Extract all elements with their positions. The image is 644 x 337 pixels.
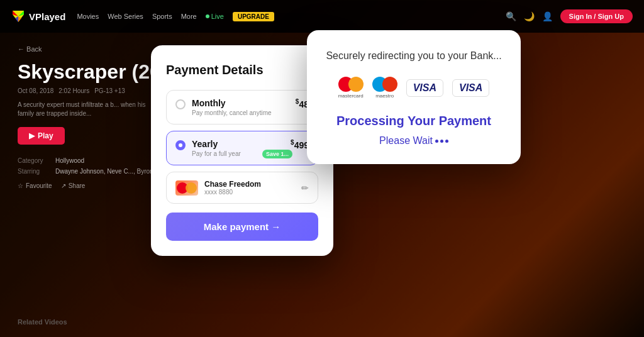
nav-actions: 🔍 🌙 👤 Sign In / Sign Up — [506, 9, 633, 23]
yearly-radio[interactable] — [175, 140, 186, 150]
monthly-radio[interactable] — [175, 99, 186, 109]
nav-links: Movies Web Series Sports More Live UPGRA… — [77, 12, 494, 21]
mastercard-logo-group: mastercard — [338, 77, 364, 99]
card-number: xxxx 8880 — [204, 189, 295, 196]
nav-more[interactable]: More — [181, 13, 197, 20]
payment-card-title: Payment Details — [166, 63, 318, 77]
theme-icon[interactable]: 🌙 — [524, 11, 535, 21]
logo: VPlayed — [11, 9, 65, 23]
yearly-plan-name: Yearly — [192, 139, 284, 149]
maestro-logo — [372, 77, 397, 92]
monthly-plan-name: Monthly — [192, 98, 289, 108]
loading-dots — [435, 140, 448, 143]
redirect-card: Securely redirecting you to your Bank...… — [307, 30, 521, 164]
share-button[interactable]: ↗ Share — [61, 182, 86, 189]
visa-logo-2: VISA — [452, 79, 489, 97]
mastercard-label: mastercard — [338, 93, 364, 99]
processing-title: Processing Your Payment — [325, 113, 503, 129]
nav-movies[interactable]: Movies — [77, 13, 99, 20]
visa-logo-1: VISA — [406, 79, 443, 97]
edit-card-icon[interactable]: ✏ — [301, 183, 309, 193]
nav-live[interactable]: Live — [206, 13, 224, 20]
mc-orange-circle — [186, 182, 197, 194]
user-icon[interactable]: 👤 — [542, 11, 553, 21]
mastercard-orange-circle — [348, 77, 364, 92]
save-badge: Save 1... — [262, 150, 292, 158]
live-dot-icon — [206, 14, 209, 18]
logo-icon — [11, 9, 25, 23]
dot-1 — [435, 140, 438, 143]
monthly-plan-subtitle: Pay monthly, cancel anytime — [192, 109, 289, 116]
play-icon: ▶ — [29, 131, 35, 140]
signin-button[interactable]: Sign In / Sign Up — [560, 9, 633, 23]
card-icon — [175, 180, 198, 196]
movie-description: A security expert must infiltrate a b...… — [18, 101, 156, 118]
make-payment-button[interactable]: Make payment → — [166, 213, 318, 241]
upgrade-badge[interactable]: UPGRADE — [233, 12, 274, 21]
monthly-plan-option[interactable]: Monthly Pay monthly, cancel anytime $48 — [166, 90, 318, 124]
favourite-icon: ☆ — [18, 182, 23, 189]
play-button[interactable]: ▶ Play — [18, 127, 65, 145]
nav-webseries[interactable]: Web Series — [108, 13, 143, 20]
search-icon[interactable]: 🔍 — [506, 11, 516, 21]
card-section[interactable]: Chase Freedom xxxx 8880 ✏ — [166, 172, 318, 204]
dot-3 — [445, 140, 448, 143]
please-wait: Please Wait — [325, 135, 503, 146]
maestro-red-circle — [382, 77, 397, 92]
nav-sports[interactable]: Sports — [152, 13, 172, 20]
monthly-plan-info: Monthly Pay monthly, cancel anytime — [192, 98, 289, 116]
yearly-plan-option[interactable]: Yearly Pay for a full year $499 Save 1..… — [166, 131, 318, 165]
dot-2 — [440, 140, 443, 143]
payment-logos: mastercard maestro VISA VISA — [325, 77, 503, 99]
payment-details-card: Payment Details Monthly Pay monthly, can… — [151, 45, 333, 256]
card-name: Chase Freedom — [204, 180, 295, 189]
favourite-button[interactable]: ☆ Favourite — [18, 182, 52, 189]
mastercard-logo — [338, 77, 364, 92]
navbar: VPlayed Movies Web Series Sports More Li… — [0, 0, 644, 33]
yearly-plan-price: $499 — [291, 139, 309, 150]
maestro-label: maestro — [375, 93, 394, 99]
card-info: Chase Freedom xxxx 8880 — [204, 180, 295, 196]
redirect-title: Securely redirecting you to your Bank... — [325, 49, 503, 63]
share-icon: ↗ — [61, 182, 66, 189]
maestro-logo-group: maestro — [372, 77, 397, 99]
logo-text: VPlayed — [29, 11, 65, 22]
